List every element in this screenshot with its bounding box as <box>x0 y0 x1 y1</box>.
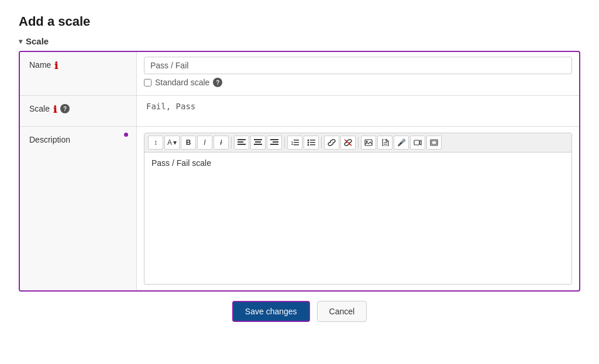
description-row: Description ↕ A ▾ B I I <box>20 127 579 290</box>
toolbar-italic-button[interactable]: I <box>197 136 212 150</box>
svg-rect-8 <box>270 144 278 145</box>
section-label: Scale <box>26 36 49 46</box>
description-label: Description <box>29 135 70 144</box>
toolbar-strikethrough-button[interactable]: I <box>214 136 229 150</box>
svg-rect-10 <box>294 140 299 141</box>
toolbar-audio-button[interactable]: 🎤 <box>394 136 409 150</box>
toolbar-separator-2 <box>284 137 285 148</box>
section-header[interactable]: ▾ Scale <box>19 36 580 46</box>
name-input[interactable] <box>144 57 572 74</box>
description-field-cell: ↕ A ▾ B I I <box>137 127 579 290</box>
svg-rect-24 <box>414 140 419 145</box>
action-buttons: Save changes Cancel <box>19 301 580 322</box>
toolbar-embed-button[interactable] <box>426 136 442 150</box>
toolbar-special-chars-button[interactable]: ↕ <box>148 136 163 150</box>
description-required-dot <box>124 133 128 137</box>
cancel-button[interactable]: Cancel <box>317 301 367 322</box>
toolbar-separator-3 <box>321 137 322 148</box>
svg-rect-18 <box>310 144 315 145</box>
toolbar-ordered-list-button[interactable]: 1. <box>287 136 302 150</box>
standard-scale-help-icon[interactable]: ? <box>213 78 222 87</box>
description-editor-body[interactable]: Pass / Fail scale <box>144 152 572 281</box>
svg-point-21 <box>366 141 368 143</box>
description-label-cell: Description <box>20 127 137 290</box>
toolbar-align-left-button[interactable] <box>234 136 249 150</box>
toolbar-unordered-list-button[interactable] <box>304 136 319 150</box>
svg-rect-3 <box>254 139 262 140</box>
svg-rect-26 <box>432 141 436 144</box>
chevron-icon: ▾ <box>19 37 22 46</box>
toolbar-link-button[interactable] <box>324 136 339 150</box>
font-dropdown-chevron: ▾ <box>173 138 177 147</box>
toolbar-separator-1 <box>231 137 232 148</box>
page-title: Add a scale <box>19 14 580 29</box>
name-row: Name ℹ Standard scale ? <box>20 52 579 96</box>
standard-scale-label: Standard scale <box>155 78 209 87</box>
svg-rect-17 <box>310 142 315 143</box>
scale-row: Scale ℹ ? Fail, Pass <box>20 96 579 127</box>
name-field-cell: Standard scale ? <box>137 52 579 95</box>
scale-field-cell: Fail, Pass <box>137 96 579 126</box>
name-required-icon: ℹ <box>54 60 58 71</box>
font-dropdown-label: A <box>167 138 172 147</box>
svg-rect-0 <box>237 139 246 140</box>
description-text: Pass / Fail scale <box>152 158 211 168</box>
svg-rect-12 <box>294 144 299 145</box>
svg-rect-11 <box>294 142 299 143</box>
svg-rect-6 <box>270 139 278 140</box>
toolbar-image-button[interactable] <box>361 136 376 150</box>
toolbar-video-button[interactable] <box>410 136 425 150</box>
scale-textarea[interactable]: Fail, Pass <box>144 100 572 122</box>
scale-label-cell: Scale ℹ ? <box>20 96 137 126</box>
toolbar-bold-button[interactable]: B <box>181 136 196 150</box>
scale-form: Name ℹ Standard scale ? Scale ℹ ? Fail, … <box>19 51 580 292</box>
editor-toolbar: ↕ A ▾ B I I <box>144 133 572 152</box>
toolbar-align-center-button[interactable] <box>250 136 266 150</box>
svg-rect-5 <box>254 144 262 145</box>
svg-rect-2 <box>237 144 246 145</box>
svg-rect-1 <box>237 141 243 143</box>
description-editor: ↕ A ▾ B I I <box>144 133 572 285</box>
svg-rect-4 <box>255 141 261 143</box>
name-label-cell: Name ℹ <box>20 52 137 95</box>
standard-scale-checkbox[interactable] <box>144 79 152 86</box>
toolbar-font-dropdown[interactable]: A ▾ <box>164 136 180 150</box>
svg-point-15 <box>308 144 309 146</box>
svg-point-13 <box>308 140 309 141</box>
svg-point-14 <box>308 142 309 144</box>
toolbar-file-button[interactable] <box>377 136 393 150</box>
save-button[interactable]: Save changes <box>232 301 310 322</box>
name-label: Name <box>29 60 51 70</box>
toolbar-align-right-button[interactable] <box>267 136 282 150</box>
scale-label: Scale <box>29 104 50 113</box>
toolbar-separator-4 <box>358 137 359 148</box>
svg-rect-7 <box>273 141 278 143</box>
svg-rect-16 <box>310 140 315 141</box>
standard-scale-row: Standard scale ? <box>144 74 572 91</box>
scale-help-icon[interactable]: ? <box>60 104 70 113</box>
toolbar-unlink-button[interactable] <box>340 136 356 150</box>
scale-required-icon: ℹ <box>53 104 57 115</box>
